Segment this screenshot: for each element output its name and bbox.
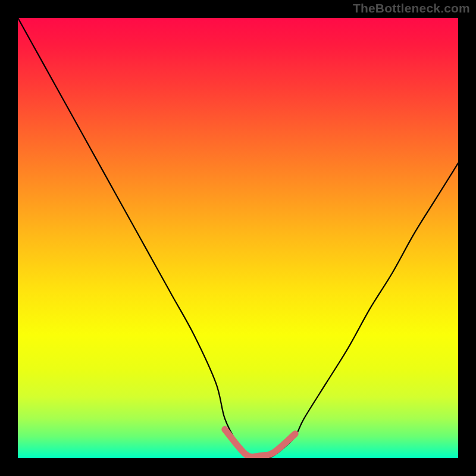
watermark-label: TheBottleneck.com [353,1,470,15]
bottleneck-curve-svg [18,18,458,458]
bottleneck-curve-path [18,18,458,458]
chart-frame: TheBottleneck.com [0,0,476,476]
plot-area [18,18,458,458]
optimal-range-path [225,430,295,457]
